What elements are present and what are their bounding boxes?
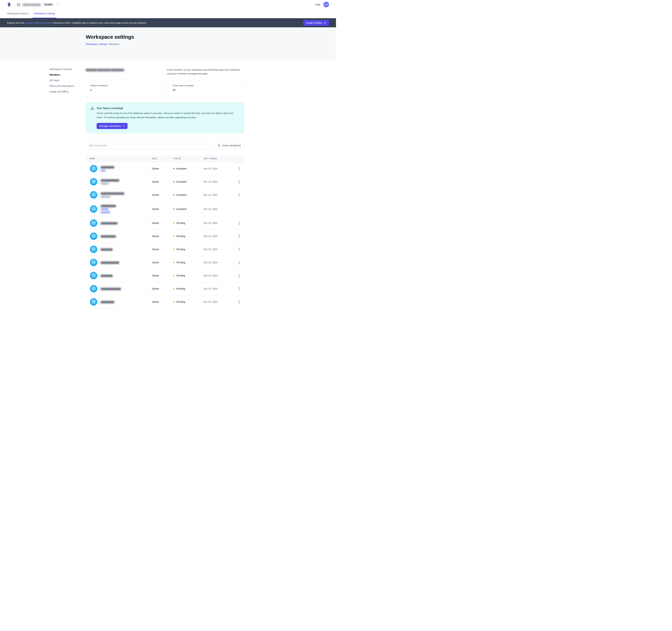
sidebar-item-usage-and-billing[interactable]: Usage and billing — [50, 90, 86, 93]
status-badge: Accepted — [173, 193, 203, 196]
row-menu-button[interactable] — [237, 260, 242, 265]
status-dot-pending — [173, 249, 174, 250]
date-added: Oct 15, 2024 — [203, 261, 234, 264]
member-email-redacted[interactable]: ▇▇▇▇▇▇▇▇▇▇▇ — [101, 179, 119, 182]
help-link[interactable]: Help — [315, 3, 320, 6]
date-added: Oct 15, 2024 — [203, 221, 234, 225]
main-content: Workspace overviewMembersAPI keysPlans a… — [0, 61, 336, 319]
workspace-name-redacted[interactable]: ▇▇▇▇▇ ▇▇▇▇▇▇ — [23, 3, 41, 6]
table-row: ▇▇▇▇▇▇▇▇▇▇▇▇OwnerPendingOct 14, 2024 — [86, 282, 244, 295]
invite-members-button[interactable]: Invite member(s) — [214, 142, 244, 149]
member-email-redacted[interactable]: ▇▇▇▇▇▇▇▇▇▇ — [101, 222, 117, 225]
manage-subscription-button[interactable]: Manage subscription — [97, 123, 127, 129]
member-email-redacted[interactable]: ▇▇▇▇▇▇▇▇▇▇▇▇▇▇ — [101, 192, 124, 195]
table-row: ▇▇▇▇▇▇▇▇▇▇▇OwnerAcceptedOct 14, 2024 — [86, 162, 244, 175]
usage-billing-button[interactable]: Usage & Billing — [303, 20, 329, 26]
stat-card-project-members: Project members3 — [86, 80, 162, 97]
date-added: Oct 15, 2024 — [203, 248, 234, 251]
avatar — [90, 285, 97, 293]
avatar — [90, 259, 97, 266]
folder-icon — [17, 3, 20, 6]
status-badge: Accepted — [173, 180, 203, 183]
member-role: Owner — [152, 274, 173, 277]
filter-input[interactable] — [86, 142, 211, 149]
team-growing-alert: Your Team is Growing! You're currently u… — [86, 102, 244, 134]
status-dot-pending — [173, 275, 174, 276]
breadcrumb: Workspace settings / Members — [86, 43, 336, 46]
tab-workspace-projects[interactable]: Workspace projects — [6, 9, 30, 18]
member-email-redacted[interactable]: ▇▇▇▇▇▇▇▇ — [101, 301, 114, 303]
sidebar-item-plans-and-subscription[interactable]: Plans and subscription — [50, 85, 86, 87]
stat-label: Total seats included — [172, 84, 240, 87]
status-badge: Pending — [173, 287, 203, 290]
avatar — [90, 165, 97, 172]
page-header: Workspace settings Workspace settings / … — [0, 27, 336, 61]
status-text: Pending — [176, 248, 185, 251]
member-role: Owner — [152, 261, 173, 264]
avatar — [90, 246, 97, 253]
page-title: Workspace settings — [86, 34, 336, 40]
status-text: Pending — [176, 300, 185, 303]
breadcrumb-current: Members — [109, 43, 119, 46]
status-dot-pending — [173, 301, 174, 303]
date-added: Oct 15, 2024 — [203, 300, 234, 303]
member-role: Owner — [152, 300, 173, 303]
top-navigation: / ▇▇▇▇▇ ▇▇▇▇▇▇ Growth Help AB — [0, 0, 336, 9]
member-email-redacted[interactable]: ▇▇▇▇▇▇▇▇ — [101, 166, 114, 168]
table-row: ▇▇▇▇▇▇▇▇▇OwnerPendingOct 14, 2024 — [86, 230, 244, 243]
invite-members-label: Invite member(s) — [222, 144, 241, 147]
status-text: Accepted — [176, 167, 186, 170]
row-menu-button[interactable] — [237, 220, 242, 226]
status-badge: Pending — [173, 221, 203, 225]
row-menu-button[interactable] — [237, 192, 242, 198]
member-stats: Project members3Total seats included20 — [86, 80, 244, 97]
tab-workspace-settings[interactable]: Workspace settings — [33, 9, 56, 18]
avatar — [90, 219, 97, 227]
member-email-redacted[interactable]: ▇▇▇▇▇▇▇▇▇▇▇▇ — [101, 287, 121, 290]
status-badge: Accepted — [173, 208, 203, 210]
breadcrumb-separator: / — [14, 3, 15, 6]
avatar — [90, 191, 97, 198]
column-header-role: ROLE — [152, 157, 173, 160]
row-menu-button[interactable] — [237, 286, 242, 291]
member-email-redacted[interactable]: ▇▇▇▇▇▇▇ — [101, 248, 112, 251]
date-added: Oct 14, 2024 — [203, 167, 234, 170]
table-row: ▇▇▇▇▇▇▇▇▇▇▇▇▇▇▇▇▇▇▇▇OwnerAcceptedOct 14,… — [86, 202, 244, 216]
row-menu-button[interactable] — [237, 273, 242, 278]
member-email-redacted[interactable]: ▇▇▇▇▇▇▇ — [101, 274, 112, 277]
workspace-tabs: Workspace projectsWorkspace settings — [0, 9, 336, 18]
date-added: Oct 14, 2024 — [203, 193, 234, 196]
status-badge: Pending — [173, 235, 203, 238]
chevron-down-icon[interactable] — [56, 3, 58, 6]
status-dot-accepted — [173, 194, 174, 195]
member-role: Owner — [152, 235, 173, 238]
member-email-redacted[interactable]: ▇▇▇▇▇▇▇▇▇ — [101, 235, 116, 238]
member-email-redacted[interactable]: ▇▇▇▇▇▇▇▇▇▇▇ — [101, 261, 119, 264]
member-name-redacted: ▇▇▇▇▇ — [101, 208, 116, 210]
arrow-right-icon — [323, 22, 326, 24]
row-menu-button[interactable] — [237, 299, 242, 305]
member-email-redacted[interactable]: ▇▇▇▇▇▇▇▇▇ — [101, 205, 116, 207]
app-logo-icon[interactable] — [7, 2, 11, 7]
member-role: Owner — [152, 221, 173, 225]
status-dot-accepted — [173, 181, 174, 183]
status-text: Accepted — [176, 193, 186, 196]
banner-link[interactable]: Usage & Billing Overview — [25, 22, 52, 24]
banner-text-prefix: Explore the new — [7, 22, 25, 24]
sidebar-item-api-keys[interactable]: API keys — [50, 79, 86, 82]
row-menu-button[interactable] — [237, 233, 242, 239]
breadcrumb-link-workspace-settings[interactable]: Workspace settings — [86, 43, 107, 46]
row-menu-button[interactable] — [237, 166, 242, 171]
user-avatar[interactable]: AB — [323, 2, 329, 7]
usage-billing-banner: Explore the new Usage & Billing Overview… — [0, 18, 336, 27]
members-table: NAME ROLE STATUS DATE ADDED ▇▇▇▇▇▇▇▇▇▇▇O… — [86, 155, 244, 308]
status-dot-accepted — [173, 168, 174, 169]
external-link-arrow-icon — [123, 125, 125, 127]
row-menu-button[interactable] — [237, 247, 242, 252]
column-header-date-added: DATE ADDED — [203, 157, 234, 160]
row-menu-button[interactable] — [237, 179, 242, 185]
member-name-redacted: ▇▇▇▇▇▇ — [101, 211, 116, 213]
status-badge: Pending — [173, 261, 203, 264]
sidebar-item-workspace-overview[interactable]: Workspace overview — [50, 68, 86, 71]
sidebar-item-members[interactable]: Members — [50, 73, 86, 76]
